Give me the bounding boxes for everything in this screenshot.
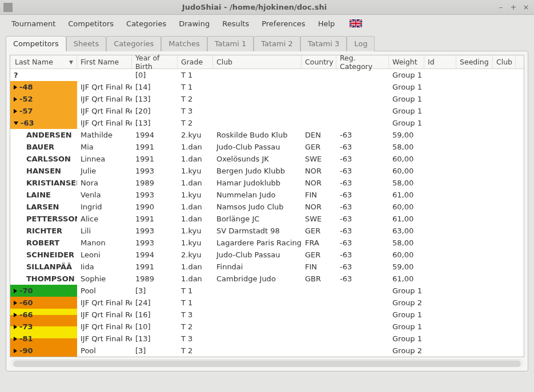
category-row[interactable]: -63IJF Qrt Final Rep[13]T 2Group 1: [10, 117, 524, 129]
cell-country: SWE: [302, 215, 336, 223]
menu-tournament[interactable]: Tournament: [6, 17, 61, 30]
cell-last-name[interactable]: LAINE: [10, 191, 77, 199]
col-seeding[interactable]: Seeding: [456, 55, 493, 68]
category-row[interactable]: -60IJF Qrt Final Rep[24]T 1Group 2: [10, 297, 524, 309]
menu-drawing[interactable]: Drawing: [173, 17, 215, 30]
tab-categories[interactable]: Categories: [106, 36, 161, 51]
cell-year-of-birth: [20]: [132, 107, 178, 115]
competitor-row[interactable]: ANDERSENMathilde19942.kyuRoskilde Budo K…: [10, 129, 524, 141]
competitor-row[interactable]: THOMPSONSophie19891.danCambridge JudoGBR…: [10, 273, 524, 285]
cell-last-name[interactable]: HANSEN: [10, 167, 77, 175]
maximize-button[interactable]: +: [509, 3, 518, 12]
col-last-name[interactable]: Last Name▼: [10, 55, 77, 68]
cell-last-name[interactable]: SILLANPÄÄ: [10, 262, 77, 271]
menu-competitors[interactable]: Competitors: [62, 17, 119, 30]
close-button[interactable]: ×: [521, 3, 531, 12]
category-row[interactable]: -90Pool[3]T 2Group 2: [10, 345, 524, 357]
cell-last-name[interactable]: -70: [10, 285, 77, 297]
scrollbar-thumb[interactable]: [13, 361, 521, 367]
cell-last-name[interactable]: ?: [10, 69, 77, 81]
cell-last-name[interactable]: CARLSSON: [10, 155, 77, 163]
competitor-row[interactable]: LARSENIngrid19901.danNamsos Judo ClubNOR…: [10, 201, 524, 213]
expand-icon[interactable]: [14, 289, 17, 293]
cell-last-name[interactable]: BAUER: [10, 143, 77, 151]
tab-tatami-2[interactable]: Tatami 2: [254, 36, 300, 51]
category-row[interactable]: -81IJF Qrt Final Rep[13]T 3Group 1: [10, 333, 524, 345]
tab-tatami-3[interactable]: Tatami 3: [300, 36, 347, 51]
cell-first-name: Mia: [77, 143, 132, 151]
tab-tatami-1[interactable]: Tatami 1: [207, 36, 254, 51]
cell-last-name[interactable]: -73: [10, 321, 77, 333]
cell-last-name[interactable]: -57: [10, 105, 77, 117]
tab-competitors[interactable]: Competitors: [6, 36, 66, 51]
cell-last-name[interactable]: -66: [10, 309, 77, 321]
cell-year-of-birth: 1993: [132, 227, 178, 235]
col-weight[interactable]: Weight: [389, 55, 424, 68]
cell-country: GER: [302, 227, 336, 235]
expand-icon[interactable]: [14, 349, 17, 353]
cell-last-name[interactable]: ROBERT: [10, 239, 77, 247]
col-first-name[interactable]: First Name: [77, 55, 132, 68]
category-row[interactable]: -48IJF Qrt Final Rep[14]T 1Group 1: [10, 81, 524, 93]
competitor-row[interactable]: PETTERSSONAlice19911.danBorlänge JCSWE-6…: [10, 213, 524, 225]
cell-last-name[interactable]: RICHTER: [10, 227, 77, 235]
cell-last-name[interactable]: ANDERSEN: [10, 131, 77, 139]
category-row[interactable]: -70Pool[3]T 1Group 1: [10, 285, 524, 297]
competitor-row[interactable]: BAUERMia19911.danJudo-Club PassauGER-635…: [10, 141, 524, 153]
expand-icon[interactable]: [14, 109, 17, 114]
competitor-row[interactable]: HANSENJulie19931.kyuBergen Judo KlubbNOR…: [10, 165, 524, 177]
expand-icon[interactable]: [14, 325, 17, 329]
cell-last-name[interactable]: SCHNEIDER: [10, 250, 77, 259]
competitor-row[interactable]: SCHNEIDERLeoni19942.kyuJudo-Club PassauG…: [10, 249, 524, 261]
tab-log[interactable]: Log: [347, 36, 375, 51]
cell-last-name[interactable]: -63: [10, 117, 77, 129]
category-row[interactable]: -52IJF Qrt Final Rep[13]T 2Group 1: [10, 93, 524, 105]
competitor-row[interactable]: LAINEVenla19931.kyuNummelan JudoFIN-6361…: [10, 189, 524, 201]
col-reg-category[interactable]: Reg. Category: [336, 55, 389, 68]
language-flag-uk[interactable]: [350, 19, 362, 27]
category-row[interactable]: ?[0]T 1Group 1: [10, 69, 524, 81]
cell-last-name[interactable]: PETTERSSON: [10, 215, 77, 223]
cell-last-name[interactable]: -90: [10, 345, 77, 357]
expand-icon[interactable]: [14, 301, 17, 305]
col-id[interactable]: Id: [424, 55, 456, 68]
cell-grade: T 3: [178, 334, 213, 343]
col-grade[interactable]: Grade: [178, 55, 213, 68]
expand-icon[interactable]: [14, 337, 17, 341]
menu-categories[interactable]: Categories: [121, 17, 172, 30]
tab-matches[interactable]: Matches: [161, 36, 207, 51]
tab-sheets[interactable]: Sheets: [66, 36, 106, 51]
category-row[interactable]: -66IJF Qrt Final Rep[16]T 3Group 1: [10, 309, 524, 321]
competitor-row[interactable]: KRISTIANSENNora19891.danHamar JudoklubbN…: [10, 177, 524, 189]
competitor-row[interactable]: CARLSSONLinnea19911.danOxelösunds JKSWE-…: [10, 153, 524, 165]
expand-icon[interactable]: [14, 313, 17, 317]
cell-last-name[interactable]: KRISTIANSEN: [10, 179, 77, 187]
minimize-button[interactable]: –: [496, 3, 505, 12]
cell-last-name[interactable]: -60: [10, 297, 77, 309]
horizontal-scrollbar[interactable]: [11, 359, 523, 367]
category-row[interactable]: -73IJF Qrt Final Rep[10]T 2Group 1: [10, 321, 524, 333]
cell-last-name[interactable]: THOMPSON: [10, 274, 77, 283]
col-club-2[interactable]: Club: [493, 55, 516, 68]
cell-weight: 63,00: [389, 227, 424, 235]
expand-icon[interactable]: [14, 85, 17, 90]
col-club[interactable]: Club: [213, 55, 302, 68]
cell-last-name[interactable]: -48: [10, 81, 77, 93]
menu-help[interactable]: Help: [312, 17, 341, 30]
cell-year-of-birth: [10]: [132, 322, 178, 331]
col-year-of-birth[interactable]: Year of Birth: [132, 55, 178, 68]
competitor-row[interactable]: RICHTERLili19931.kyuSV Darmstadt 98GER-6…: [10, 225, 524, 237]
cell-last-name[interactable]: LARSEN: [10, 203, 77, 211]
cell-last-name[interactable]: -81: [10, 333, 77, 345]
category-row[interactable]: -57IJF Qrt Final Rep[20]T 3Group 1: [10, 105, 524, 117]
cell-year-of-birth: 1989: [132, 274, 178, 283]
collapse-icon[interactable]: [14, 122, 18, 125]
cell-weight: 61,00: [389, 215, 424, 223]
col-country[interactable]: Country: [302, 55, 336, 68]
menu-preferences[interactable]: Preferences: [256, 17, 311, 30]
menu-results[interactable]: Results: [216, 17, 255, 30]
cell-last-name[interactable]: -52: [10, 93, 77, 105]
expand-icon[interactable]: [14, 97, 17, 102]
competitor-row[interactable]: ROBERTManon19931.kyuLagardere Paris Raci…: [10, 237, 524, 249]
competitor-row[interactable]: SILLANPÄÄIida19911.danFinndaiFIN-6359,00: [10, 261, 524, 273]
